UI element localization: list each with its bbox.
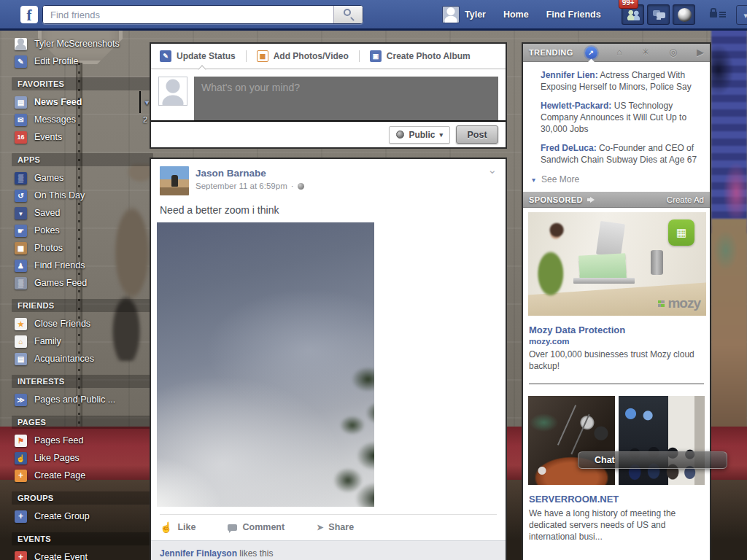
post-actions: Like Comment Share (160, 514, 497, 533)
sidebar-edit-profile[interactable]: Edit Profile (15, 52, 150, 70)
sidebar-item-pages-and-public[interactable]: Pages and Public ... (15, 391, 150, 408)
status-composer: Update Status Add Photos/Video Create Ph… (150, 42, 507, 149)
post-menu-chevron-icon[interactable]: ⌄ (487, 166, 497, 195)
plus-icon (15, 470, 27, 482)
messages-icon (653, 10, 665, 20)
status-input[interactable]: What's on your mind? (194, 77, 498, 122)
sidebar-item-news-feed[interactable]: News Feed ▾ (15, 93, 150, 111)
events-calendar-icon: 16 (15, 131, 27, 144)
tab-add-photos-video[interactable]: Add Photos/Video (257, 50, 349, 62)
sidebar-item-create-group[interactable]: Create Group (15, 508, 150, 525)
create-ad-link[interactable]: Create Ad (667, 195, 704, 204)
comment-button[interactable]: Comment (228, 521, 285, 533)
sidebar-item-saved[interactable]: Saved (15, 204, 150, 222)
sidebar-item-on-this-day[interactable]: On This Day (15, 187, 150, 204)
sidebar-profile[interactable]: Tyler McScreenshots (15, 35, 150, 52)
pencil-icon (15, 55, 27, 68)
trending-tab-top-trends-icon[interactable]: ↗ (585, 47, 597, 59)
profile-avatar[interactable] (442, 6, 460, 23)
mozy-ad-url[interactable]: mozy.com (529, 337, 704, 346)
trending-item[interactable]: Fred DeLuca: Co-Founder and CEO of Sandw… (541, 142, 703, 166)
friend-requests-badge: 99+ (619, 0, 638, 9)
search-input[interactable] (43, 6, 333, 23)
sidebar-item-like-pages[interactable]: Like Pages (15, 449, 150, 467)
trending-item[interactable]: Hewlett-Packard: US Technology Company A… (541, 100, 703, 135)
sidebar-item-create-event[interactable]: Create Event (15, 548, 150, 560)
nav-profile[interactable]: Tyler (465, 9, 486, 20)
list-icon (15, 353, 27, 365)
top-nav-links: Tyler Home Find Friends 99+ ▾ (442, 0, 747, 29)
sidebar-item-photos[interactable]: Photos (15, 239, 150, 257)
sidebar-item-messages[interactable]: Messages 2 (15, 111, 150, 128)
album-icon (370, 50, 382, 62)
share-button[interactable]: Share (317, 521, 354, 533)
sidebar-item-events[interactable]: 16 Events (15, 128, 150, 146)
sidebar-item-label: Acquaintances (34, 354, 94, 364)
sidebar-item-label: Create Event (34, 552, 88, 560)
mozy-ad-description: Over 100,000 businesses trust Mozy cloud… (529, 349, 704, 372)
sidebar-item-label: News Feed (34, 97, 82, 107)
sidebar-item-games-feed[interactable]: Games Feed (15, 274, 150, 292)
search-button[interactable] (333, 6, 363, 23)
trending-topic: Jennifer Lien: (541, 70, 598, 80)
sidebar-item-pages-feed[interactable]: Pages Feed (15, 432, 150, 449)
section-favorites: FAVORITES (12, 77, 153, 90)
mozy-ad-title-link[interactable]: Mozy Data Protection (529, 324, 704, 335)
sidebar-item-find-friends[interactable]: Find Friends (15, 257, 150, 274)
saved-bookmark-icon (15, 207, 27, 219)
tab-update-status[interactable]: Update Status (160, 50, 236, 62)
serverroom-ad-title-link[interactable]: SERVERROOM.NET (529, 494, 704, 505)
sidebar-item-games[interactable]: Games (15, 169, 150, 187)
sidebar-item-label: Pokes (34, 225, 60, 236)
trending-title: TRENDING (529, 48, 573, 57)
thumbs-up-icon (15, 452, 27, 464)
news-feed-caret-icon[interactable]: ▾ (145, 98, 149, 106)
on-this-day-icon (15, 190, 27, 202)
privacy-shortcuts-button[interactable] (710, 12, 726, 18)
post-timestamp[interactable]: September 11 at 6:59pm · (196, 182, 304, 190)
trending-tab-entertainment-icon[interactable]: ▶ (697, 47, 704, 58)
privacy-selector[interactable]: Public ▾ (389, 126, 450, 144)
post-author-link[interactable]: Jason Barnabe (196, 168, 304, 179)
sponsored-title: SPONSORED (529, 195, 583, 204)
sidebar-item-label: Family (34, 336, 61, 346)
mozy-ad-image[interactable]: ▦ mozy (528, 212, 706, 316)
chat-bar[interactable]: Chat (578, 451, 727, 469)
tab-divider (246, 50, 247, 62)
post-photo[interactable] (157, 222, 374, 507)
messages-button[interactable] (647, 4, 670, 25)
sidebar-item-create-page[interactable]: Create Page (15, 467, 150, 484)
sidebar-item-close-friends[interactable]: Close Friends (15, 315, 150, 332)
nav-find-friends[interactable]: Find Friends (546, 9, 601, 20)
nav-home[interactable]: Home (503, 9, 529, 20)
see-more-label: See More (541, 174, 579, 184)
sidebar-item-label: Pages Feed (34, 435, 83, 446)
tab-create-photo-album[interactable]: Create Photo Album (370, 50, 471, 62)
trending-item[interactable]: Jennifer Lien: Actress Charged With Expo… (541, 69, 703, 93)
composer-footer: Public ▾ Post (151, 120, 506, 147)
notifications-button[interactable] (673, 4, 695, 25)
radio-studio-image[interactable] (528, 396, 615, 485)
sidebar-item-family[interactable]: Family (15, 332, 150, 350)
sidebar-item-pokes[interactable]: Pokes (15, 222, 150, 239)
tv-studio-image[interactable] (619, 396, 705, 485)
trending-tab-science-icon[interactable]: ✳ (642, 47, 650, 58)
sidebar-item-acquaintances[interactable]: Acquaintances (15, 350, 150, 368)
like-button[interactable]: Like (160, 521, 196, 533)
trending-tab-sports-icon[interactable]: ◎ (669, 47, 677, 58)
account-menu-button[interactable]: ▾ (736, 5, 747, 25)
sidebar-item-label: Messages (34, 114, 76, 125)
lock-icon (710, 12, 717, 18)
facebook-logo[interactable]: f (20, 6, 38, 23)
post-button[interactable]: Post (456, 125, 498, 144)
post-author-avatar[interactable] (160, 166, 189, 195)
friend-requests-icon (627, 10, 640, 20)
messages-count-badge: 2 (143, 115, 147, 124)
post-meta: Jason Barnabe September 11 at 6:59pm · (196, 166, 304, 195)
trending-list: Jennifer Lien: Actress Charged With Expo… (523, 62, 710, 166)
see-more-link[interactable]: ▾ See More (523, 173, 710, 192)
top-navigation-bar: f Tyler Home Find Friends 99+ ▾ (0, 0, 747, 31)
liker-name-link[interactable]: Jennifer Finlayson (160, 548, 237, 559)
trending-tab-politics-icon[interactable]: ⌂ (616, 47, 622, 58)
photo-icon (257, 50, 268, 62)
